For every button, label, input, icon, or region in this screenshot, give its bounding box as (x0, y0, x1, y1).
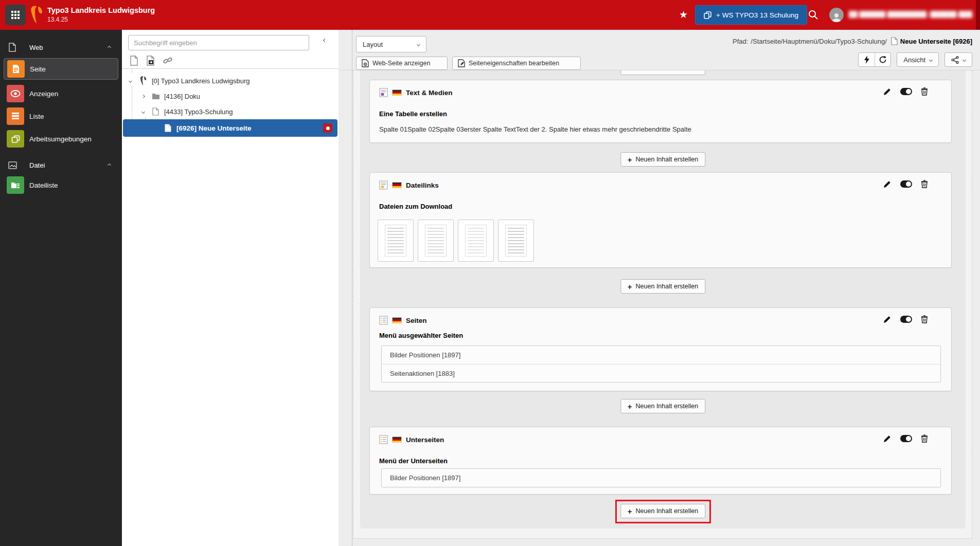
visibility-toggle-icon[interactable] (900, 88, 912, 95)
content-element-unterseiten[interactable]: Unterseiten Menü der Unterseiten Bilder … (369, 427, 952, 495)
view-page-icon (362, 59, 369, 67)
file-thumbnail[interactable] (418, 220, 454, 262)
menu-pages-list: Bilder Positionen [1897] (381, 468, 941, 487)
share-icon (951, 56, 959, 64)
tree-node-label: [4433] Typo3-Schulung (164, 108, 233, 116)
function-select-value: Layout (363, 41, 383, 48)
user-avatar[interactable] (829, 8, 844, 22)
tree-node-doku[interactable]: [4136] Doku (122, 88, 338, 104)
new-page-drag-icon[interactable] (146, 56, 156, 66)
sidebar-item-seite[interactable]: Seite (4, 58, 118, 80)
view-dropdown-button[interactable]: Ansicht (897, 52, 939, 67)
new-content-button-partial[interactable]: + Neuen Inhalt erstellen (620, 70, 705, 75)
plus-icon: + (628, 507, 632, 515)
content-element-preview: Spalte 01Spalte 02Spalte 03erster Spalte… (379, 125, 691, 133)
file-thumbnail[interactable] (458, 220, 494, 262)
sidebar-item-anzeigen[interactable]: Anzeigen (4, 83, 118, 104)
delete-icon[interactable] (921, 87, 928, 96)
topbar-search-icon[interactable] (808, 9, 818, 20)
file-thumbnail[interactable] (378, 220, 414, 262)
tree-node-neue-unterseite-selected[interactable]: [6926] Neue Unterseite (123, 119, 337, 137)
nav-group-web[interactable]: Web (0, 40, 122, 54)
menu-page-item: Bilder Positionen [1897] (382, 469, 940, 487)
image-icon (8, 161, 17, 169)
edit-page-properties-button[interactable]: Seiteneigenschaften bearbeiten (452, 57, 581, 70)
new-content-button-highlighted[interactable]: + Neuen Inhalt erstellen (620, 504, 705, 518)
new-content-button[interactable]: + Neuen Inhalt erstellen (620, 279, 705, 294)
edit-icon[interactable] (883, 180, 892, 188)
new-content-button[interactable]: + Neuen Inhalt erstellen (620, 399, 705, 413)
view-webpage-button[interactable]: Web-Seite anzeigen (356, 57, 448, 70)
visibility-toggle-icon[interactable] (900, 435, 912, 442)
menu-page-item: Seitenaktionen [1883] (382, 364, 940, 382)
grid-icon (11, 11, 20, 19)
new-content-label: Neuen Inhalt erstellen (636, 156, 699, 163)
workspace-button[interactable]: + WS TYPO3 13 Schulung (695, 5, 807, 25)
sidebar-item-label: Seite (30, 65, 46, 73)
edit-page-icon (458, 59, 465, 67)
username-redacted[interactable]: ██ ██████ █████████ (██████-█████████) (849, 11, 972, 18)
edit-icon[interactable] (883, 87, 892, 96)
chevron-down-icon[interactable] (129, 79, 132, 82)
page-icon (152, 107, 159, 116)
edit-icon[interactable] (883, 315, 892, 323)
tree-node-root[interactable]: [0] Typo3 Landkreis Ludwigsburg (122, 73, 338, 88)
file-thumbnail[interactable] (498, 220, 534, 262)
modules-grid-button[interactable] (5, 5, 26, 25)
chevron-right-icon[interactable] (141, 94, 145, 98)
link-icon[interactable] (163, 56, 173, 66)
visibility-toggle-icon[interactable] (900, 180, 912, 188)
delete-icon[interactable] (921, 315, 928, 323)
refresh-button[interactable] (875, 53, 890, 66)
content-element-dateilinks[interactable]: Dateilinks Dateien zum Download (369, 172, 952, 268)
pagetree-search-input[interactable] (128, 35, 309, 50)
stop-badge-icon (323, 123, 332, 133)
visibility-toggle-icon[interactable] (900, 316, 912, 323)
typo3-logo (30, 6, 44, 24)
nav-group-label: Datei (29, 161, 45, 169)
docheader: Layout Web-Seite anzeigen Seiteneigensch… (338, 30, 980, 70)
collapse-pagetree-icon[interactable] (323, 39, 327, 42)
menu-page-item: Bilder Positionen [1897] (382, 346, 940, 364)
delete-icon[interactable] (921, 434, 928, 443)
typo3-backend: Typo3 Landkreis Ludwigsburg 13.4.25 ★ + … (0, 0, 980, 546)
new-content-button[interactable]: + Neuen Inhalt erstellen (620, 152, 705, 167)
panel-splitter[interactable] (352, 30, 352, 546)
nav-group-datei[interactable]: Datei (0, 158, 122, 172)
tree-node-typo3-schulung[interactable]: [4433] Typo3-Schulung (122, 104, 338, 119)
site-title: Typo3 Landkreis Ludwigsburg (47, 6, 155, 14)
new-content-label: Neuen Inhalt erstellen (636, 70, 699, 71)
view-webpage-label: Web-Seite anzeigen (372, 60, 430, 67)
path-value: /Startseite/Hauptmenü/Doku/Typo3-Schulun… (751, 38, 886, 45)
share-dropdown-button[interactable] (945, 52, 972, 67)
content-element-header: Dateien zum Download (379, 203, 452, 210)
bookmark-star-icon[interactable]: ★ (679, 9, 688, 21)
layers-icon (704, 11, 711, 19)
sidebar-item-label: Liste (29, 113, 44, 120)
docheader-actions: Ansicht (858, 52, 972, 67)
chevron-down-icon[interactable] (141, 110, 145, 113)
pagetree-panel: [0] Typo3 Landkreis Ludwigsburg [4136] D… (122, 30, 338, 546)
cache-bolt-button[interactable] (859, 53, 875, 66)
delete-icon[interactable] (921, 180, 928, 188)
file-thumbnails (378, 220, 534, 262)
edit-page-properties-label: Seiteneigenschaften bearbeiten (469, 60, 559, 67)
content-element-seiten[interactable]: Seiten Menü ausgewählter Seiten Bilder P… (369, 307, 952, 391)
german-flag-icon (392, 182, 402, 188)
textmedia-type-icon (379, 88, 388, 97)
sidebar-item-dateiliste[interactable]: Dateiliste (4, 174, 118, 196)
content-element-header: Eine Tabelle erstellen (379, 110, 447, 118)
new-page-icon[interactable] (130, 56, 138, 66)
function-select[interactable]: Layout (356, 36, 426, 52)
current-page-title: Neue Unterseite [6926] (900, 38, 972, 45)
sidebar-item-arbeitsumgebungen[interactable]: Arbeitsumgebungen (4, 128, 118, 150)
page-icon (891, 37, 898, 45)
edit-icon[interactable] (883, 434, 892, 443)
page-module-icon (7, 60, 25, 78)
module-sidebar: Web Seite Anzeigen Liste Arbeitsu (0, 30, 122, 546)
typo3-site-icon (139, 76, 148, 86)
page-icon (165, 124, 171, 132)
sidebar-item-liste[interactable]: Liste (4, 105, 118, 127)
new-content-label: Neuen Inhalt erstellen (636, 507, 699, 515)
content-element-text-medien[interactable]: Text & Medien Eine Tabelle erstellen Spa… (369, 80, 952, 143)
